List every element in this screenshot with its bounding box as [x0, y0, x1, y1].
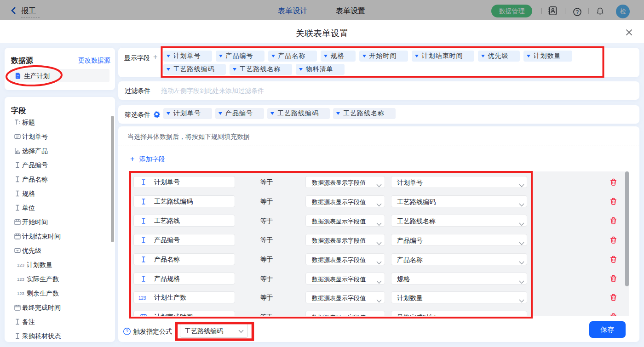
- svg-text:123: 123: [17, 277, 24, 282]
- svg-text:123: 123: [138, 296, 146, 301]
- svg-text:123: 123: [17, 262, 24, 267]
- svg-text:123: 123: [17, 291, 24, 296]
- svg-text:?: ?: [126, 329, 128, 334]
